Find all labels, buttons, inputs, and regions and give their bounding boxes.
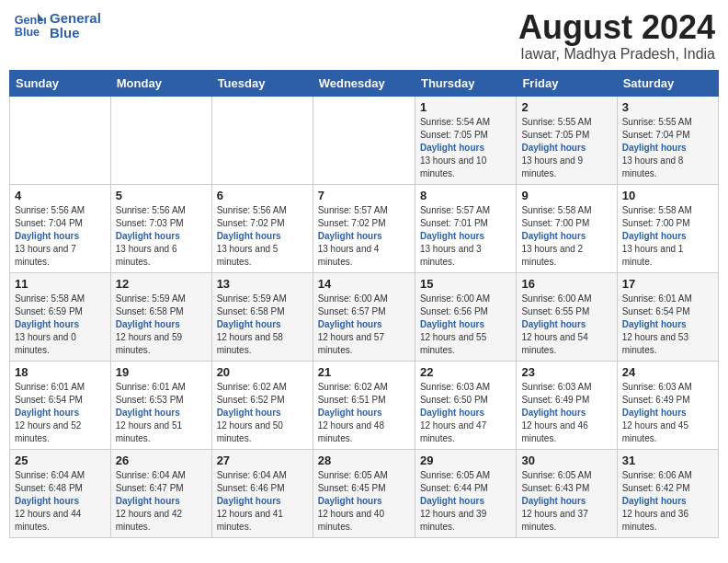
daylight-label: Daylight hours	[622, 143, 687, 153]
day-info: Sunrise: 6:05 AMSunset: 6:44 PMDaylight …	[420, 469, 511, 534]
day-info: Sunrise: 6:01 AMSunset: 6:53 PMDaylight …	[116, 381, 207, 445]
sunrise-label: Sunrise: 5:57 AM	[420, 205, 490, 215]
day-info: Sunrise: 5:56 AMSunset: 7:03 PMDaylight …	[116, 204, 207, 269]
sunset-label: Sunset: 6:53 PM	[116, 395, 184, 405]
calendar-cell: 30Sunrise: 6:05 AMSunset: 6:43 PMDayligh…	[517, 449, 617, 537]
sunrise-label: Sunrise: 6:06 AM	[622, 470, 692, 480]
sunrise-label: Sunrise: 5:55 AM	[622, 117, 692, 127]
sunrise-label: Sunrise: 6:04 AM	[217, 470, 287, 480]
calendar-cell: 29Sunrise: 6:05 AMSunset: 6:44 PMDayligh…	[415, 449, 516, 537]
day-number: 7	[318, 189, 410, 202]
main-title: August 2024	[518, 9, 715, 46]
day-number: 13	[217, 277, 308, 291]
calendar-cell: 27Sunrise: 6:04 AMSunset: 6:46 PMDayligh…	[211, 449, 313, 537]
daylight-value: 12 hours and 50 minutes.	[217, 420, 283, 443]
sunset-label: Sunset: 6:49 PM	[521, 395, 589, 405]
sunrise-label: Sunrise: 6:01 AM	[622, 293, 692, 304]
sunset-label: Sunset: 7:05 PM	[521, 130, 589, 140]
header-day-wednesday: Wednesday	[313, 70, 415, 96]
daylight-label: Daylight hours	[521, 143, 586, 153]
week-row-3: 11Sunrise: 5:58 AMSunset: 6:59 PMDayligh…	[10, 272, 719, 361]
logo-line2: Blue	[50, 26, 101, 41]
day-number: 11	[15, 277, 106, 291]
sunrise-label: Sunrise: 6:02 AM	[318, 382, 388, 392]
daylight-label: Daylight hours	[15, 408, 79, 418]
header-row: SundayMondayTuesdayWednesdayThursdayFrid…	[10, 70, 719, 96]
header-day-sunday: Sunday	[10, 70, 111, 96]
daylight-value: 13 hours and 3 minutes.	[420, 244, 482, 267]
day-number: 23	[521, 365, 611, 379]
sunrise-label: Sunrise: 6:00 AM	[420, 293, 490, 304]
daylight-value: 13 hours and 2 minutes.	[521, 244, 583, 267]
day-number: 14	[318, 277, 410, 291]
day-number: 2	[521, 100, 611, 114]
sunrise-label: Sunrise: 5:56 AM	[217, 205, 287, 215]
day-info: Sunrise: 6:00 AMSunset: 6:57 PMDaylight …	[318, 293, 410, 357]
sunrise-label: Sunrise: 6:03 AM	[622, 382, 692, 392]
daylight-value: 12 hours and 46 minutes.	[521, 420, 587, 443]
day-info: Sunrise: 5:56 AMSunset: 7:02 PMDaylight …	[217, 204, 308, 269]
calendar-cell: 13Sunrise: 5:59 AMSunset: 6:58 PMDayligh…	[211, 272, 313, 361]
calendar-cell: 4Sunrise: 5:56 AMSunset: 7:04 PMDaylight…	[10, 184, 111, 272]
sunrise-label: Sunrise: 6:03 AM	[521, 382, 591, 392]
day-number: 26	[116, 454, 207, 467]
sunset-label: Sunset: 6:45 PM	[318, 483, 386, 493]
daylight-label: Daylight hours	[622, 496, 687, 506]
sunrise-label: Sunrise: 5:54 AM	[420, 117, 490, 127]
calendar-cell: 18Sunrise: 6:01 AMSunset: 6:54 PMDayligh…	[10, 361, 111, 449]
day-info: Sunrise: 5:55 AMSunset: 7:04 PMDaylight …	[622, 116, 713, 180]
day-info: Sunrise: 6:00 AMSunset: 6:56 PMDaylight …	[420, 293, 511, 357]
calendar-cell: 23Sunrise: 6:03 AMSunset: 6:49 PMDayligh…	[517, 361, 617, 449]
daylight-value: 13 hours and 8 minutes.	[622, 155, 684, 178]
daylight-value: 13 hours and 4 minutes.	[318, 244, 380, 267]
sunset-label: Sunset: 6:50 PM	[420, 395, 488, 405]
sunrise-label: Sunrise: 6:05 AM	[420, 470, 490, 480]
daylight-value: 13 hours and 10 minutes.	[420, 155, 486, 178]
day-info: Sunrise: 5:59 AMSunset: 6:58 PMDaylight …	[116, 293, 207, 357]
day-info: Sunrise: 6:03 AMSunset: 6:49 PMDaylight …	[521, 381, 611, 445]
day-info: Sunrise: 5:59 AMSunset: 6:58 PMDaylight …	[217, 293, 308, 357]
calendar-cell: 25Sunrise: 6:04 AMSunset: 6:48 PMDayligh…	[10, 449, 111, 537]
week-row-1: 1Sunrise: 5:54 AMSunset: 7:05 PMDaylight…	[10, 96, 719, 184]
day-number: 1	[420, 100, 511, 114]
day-info: Sunrise: 6:04 AMSunset: 6:48 PMDaylight …	[15, 469, 106, 534]
calendar-cell: 2Sunrise: 5:55 AMSunset: 7:05 PMDaylight…	[517, 96, 617, 184]
logo: General Blue General Blue	[13, 9, 101, 42]
daylight-label: Daylight hours	[420, 231, 484, 241]
sunset-label: Sunset: 6:42 PM	[622, 483, 690, 493]
daylight-label: Daylight hours	[521, 231, 586, 241]
day-info: Sunrise: 5:58 AMSunset: 6:59 PMDaylight …	[15, 293, 106, 357]
sunrise-label: Sunrise: 6:04 AM	[116, 470, 186, 480]
day-number: 21	[318, 365, 410, 379]
calendar-cell: 16Sunrise: 6:00 AMSunset: 6:55 PMDayligh…	[517, 272, 617, 361]
daylight-value: 12 hours and 36 minutes.	[622, 509, 688, 532]
day-info: Sunrise: 6:02 AMSunset: 6:51 PMDaylight …	[318, 381, 410, 445]
sunset-label: Sunset: 7:02 PM	[318, 218, 386, 228]
day-info: Sunrise: 6:03 AMSunset: 6:49 PMDaylight …	[622, 381, 713, 445]
day-number: 10	[622, 189, 713, 202]
calendar-cell: 3Sunrise: 5:55 AMSunset: 7:04 PMDaylight…	[617, 96, 718, 184]
sunset-label: Sunset: 7:03 PM	[116, 218, 184, 228]
header-day-monday: Monday	[110, 70, 211, 96]
day-number: 15	[420, 277, 511, 291]
sunrise-label: Sunrise: 6:05 AM	[521, 470, 591, 480]
sunrise-label: Sunrise: 5:59 AM	[217, 293, 287, 304]
daylight-label: Daylight hours	[15, 231, 79, 241]
daylight-label: Daylight hours	[622, 231, 687, 241]
daylight-value: 12 hours and 40 minutes.	[318, 509, 384, 532]
sunrise-label: Sunrise: 5:59 AM	[116, 293, 186, 304]
sunset-label: Sunset: 7:05 PM	[420, 130, 488, 140]
daylight-value: 12 hours and 54 minutes.	[521, 332, 587, 355]
daylight-label: Daylight hours	[622, 408, 687, 418]
daylight-label: Daylight hours	[420, 319, 484, 329]
daylight-value: 13 hours and 5 minutes.	[217, 244, 279, 267]
sunset-label: Sunset: 6:59 PM	[15, 306, 83, 316]
header-day-saturday: Saturday	[617, 70, 718, 96]
sunset-label: Sunset: 6:47 PM	[116, 483, 184, 493]
calendar-cell: 31Sunrise: 6:06 AMSunset: 6:42 PMDayligh…	[617, 449, 718, 537]
day-info: Sunrise: 6:04 AMSunset: 6:47 PMDaylight …	[116, 469, 207, 534]
calendar-cell: 21Sunrise: 6:02 AMSunset: 6:51 PMDayligh…	[313, 361, 415, 449]
calendar-cell	[211, 96, 313, 184]
day-number: 30	[521, 454, 611, 467]
day-number: 9	[521, 189, 611, 202]
